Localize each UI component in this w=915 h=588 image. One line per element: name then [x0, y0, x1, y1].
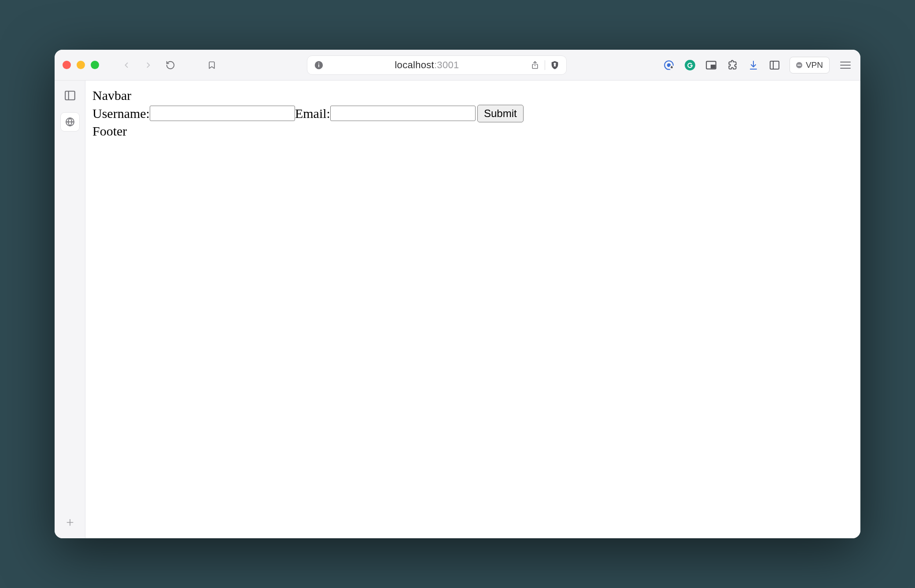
svg-rect-6	[671, 66, 672, 66]
svg-point-7	[685, 60, 695, 70]
svg-rect-10	[770, 61, 779, 69]
downloads-icon[interactable]	[747, 59, 760, 71]
vertical-tab-rail	[55, 81, 85, 538]
nav-forward-button[interactable]	[140, 57, 156, 73]
svg-rect-2	[318, 62, 319, 63]
page-content: Navbar Username: Email: Submit Footer	[85, 81, 860, 538]
address-text: localhost:3001	[329, 59, 524, 71]
vpn-status-icon	[796, 62, 802, 68]
site-info-icon[interactable]	[314, 60, 324, 70]
window-close-button[interactable]	[63, 61, 71, 69]
share-icon[interactable]	[530, 60, 540, 70]
grammarly-icon[interactable]	[684, 59, 696, 71]
signup-form: Username: Email: Submit	[92, 105, 853, 123]
address-bar[interactable]: localhost:3001	[307, 55, 567, 75]
vpn-button[interactable]: VPN	[790, 57, 830, 74]
svg-rect-1	[318, 64, 319, 67]
traffic-lights	[63, 61, 99, 69]
nav-back-button[interactable]	[118, 57, 134, 73]
extension-icons: VPN	[663, 57, 852, 74]
rail-sidebar-icon[interactable]	[61, 87, 79, 104]
svg-rect-12	[65, 91, 75, 100]
svg-rect-9	[711, 65, 715, 68]
footer-text: Footer	[92, 122, 853, 140]
email-label: Email:	[295, 105, 330, 123]
vpn-label: VPN	[806, 60, 823, 70]
window-maximize-button[interactable]	[91, 61, 99, 69]
extensions-puzzle-icon[interactable]	[726, 59, 738, 71]
navbar-text: Navbar	[92, 87, 853, 105]
new-tab-button[interactable]	[61, 514, 79, 531]
menu-button[interactable]	[838, 58, 852, 72]
sidebar-toggle-icon[interactable]	[768, 59, 781, 71]
browser-toolbar: localhost:3001	[55, 50, 860, 81]
brave-shields-icon[interactable]	[550, 60, 560, 70]
bookmark-button[interactable]	[204, 57, 220, 73]
username-input[interactable]	[150, 106, 295, 121]
pip-icon[interactable]	[705, 59, 717, 71]
window-minimize-button[interactable]	[77, 61, 85, 69]
email-input[interactable]	[330, 106, 476, 121]
username-label: Username:	[92, 105, 150, 123]
browser-window: localhost:3001	[55, 50, 860, 538]
extension-icon-1[interactable]	[663, 59, 675, 71]
reload-button[interactable]	[162, 57, 178, 73]
tab-localhost[interactable]	[60, 112, 80, 132]
submit-button[interactable]: Submit	[477, 105, 524, 122]
